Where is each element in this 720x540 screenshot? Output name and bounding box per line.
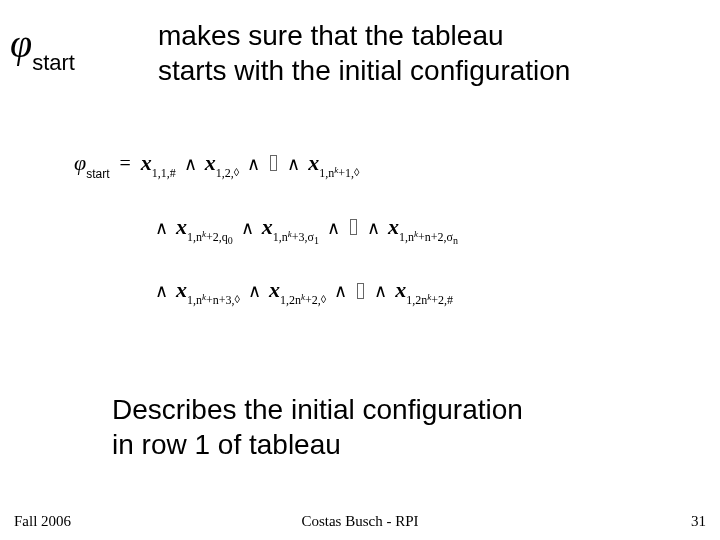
equals: = — [115, 152, 136, 174]
phi-lhs: φ — [74, 150, 86, 175]
formula-line-3: ∧ x1,nk+n+3,◊ ∧ x1,2nk+2,◊ ∧ ∧ x1,2nk+2,… — [74, 259, 704, 321]
ellipsis-icon — [350, 219, 357, 235]
sub-1-2nk2-h: 1,2nk+2,# — [406, 293, 453, 307]
slide: φstart makes sure that the tableau start… — [0, 0, 720, 540]
sub-1-nk2-q0: 1,nk+2,q0 — [187, 230, 233, 244]
top-description: makes sure that the tableau starts with … — [158, 18, 718, 88]
x-var: x — [176, 214, 187, 239]
and-op: ∧ — [284, 154, 303, 174]
sub-1-2-d: 1,2,◊ — [216, 166, 239, 180]
sub-1-nkn3-d: 1,nk+n+3,◊ — [187, 293, 240, 307]
x-var: x — [176, 277, 187, 302]
desc-line-1: Describes the initial configuration — [112, 394, 523, 425]
x-var: x — [395, 277, 406, 302]
x-var: x — [262, 214, 273, 239]
and-op: ∧ — [371, 281, 390, 301]
and-op: ∧ — [244, 154, 263, 174]
phi-lhs-sub: start — [86, 167, 109, 181]
and-op: ∧ — [364, 218, 383, 238]
x-var: x — [388, 214, 399, 239]
sub-1-nk3-s1: 1,nk+3,σ1 — [273, 230, 319, 244]
and-op: ∧ — [324, 218, 343, 238]
and-op: ∧ — [238, 218, 257, 238]
formula-line-2: ∧ x1,nk+2,q0 ∧ x1,nk+3,σ1 ∧ ∧ x1,nk+n+2,… — [74, 196, 704, 258]
sub-1-nkn2-sn: 1,nk+n+2,σn — [399, 230, 458, 244]
sub-1-2nk2-d: 1,2nk+2,◊ — [280, 293, 326, 307]
and-op: ∧ — [152, 281, 171, 301]
phi-start-symbol: φstart — [10, 20, 75, 72]
x-var: x — [269, 277, 280, 302]
x-var: x — [308, 150, 319, 175]
formula-block: φstart = x1,1,# ∧ x1,2,◊ ∧ ∧ x1,nk+1,◊ ∧… — [74, 132, 704, 323]
phi-letter: φ — [10, 21, 32, 66]
sub-1-nk1-d: 1,nk+1,◊ — [319, 166, 359, 180]
top-line-1: makes sure that the tableau — [158, 20, 504, 51]
footer-center: Costas Busch - RPI — [0, 513, 720, 530]
sub-1-1-hash: 1,1,# — [152, 166, 176, 180]
x-var: x — [205, 150, 216, 175]
desc-line-2: in row 1 of tableau — [112, 429, 341, 460]
phi-subscript: start — [32, 50, 75, 75]
and-op: ∧ — [331, 281, 350, 301]
and-op: ∧ — [181, 154, 200, 174]
top-line-2: starts with the initial configuration — [158, 55, 570, 86]
x-var: x — [141, 150, 152, 175]
formula-line-1: φstart = x1,1,# ∧ x1,2,◊ ∧ ∧ x1,nk+1,◊ — [74, 132, 704, 194]
footer-page-number: 31 — [691, 513, 706, 530]
ellipsis-icon — [270, 155, 277, 171]
and-op: ∧ — [245, 281, 264, 301]
and-op: ∧ — [152, 218, 171, 238]
ellipsis-icon — [357, 283, 364, 299]
bottom-description: Describes the initial configuration in r… — [112, 392, 672, 462]
